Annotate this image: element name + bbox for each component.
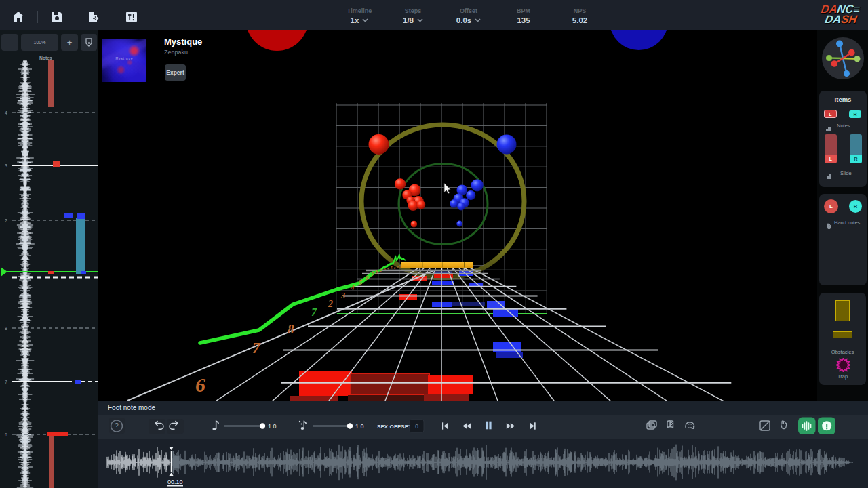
svg-text:4: 4	[350, 283, 355, 291]
svg-text:6: 6	[195, 373, 205, 396]
svg-text:7: 7	[311, 306, 317, 318]
svg-text:0: 0	[415, 423, 418, 430]
svg-text:7: 7	[5, 380, 7, 384]
svg-text:2: 2	[5, 218, 7, 223]
svg-text:00:10: 00:10	[167, 479, 183, 485]
svg-text:Notes: Notes	[39, 56, 52, 60]
svg-text:6: 6	[366, 274, 369, 281]
svg-text:6: 6	[5, 432, 7, 437]
svg-text:?: ?	[115, 422, 119, 430]
svg-text:1.0: 1.0	[355, 423, 364, 430]
svg-text:8: 8	[5, 326, 7, 331]
svg-text:1.0: 1.0	[268, 423, 277, 430]
svg-text:2: 2	[328, 299, 333, 309]
svg-text:7: 7	[252, 340, 261, 357]
svg-text:5: 5	[359, 279, 362, 286]
svg-text:5: 5	[391, 266, 393, 270]
svg-text:4: 4	[387, 266, 389, 270]
svg-text:3: 3	[5, 163, 7, 168]
svg-text:8: 8	[288, 322, 294, 336]
svg-text:3: 3	[340, 291, 345, 300]
svg-text:4: 4	[5, 110, 7, 115]
svg-text:2: 2	[379, 268, 382, 273]
svg-text:SFX OFFSET: SFX OFFSET	[377, 424, 412, 430]
svg-text:8: 8	[376, 269, 378, 275]
